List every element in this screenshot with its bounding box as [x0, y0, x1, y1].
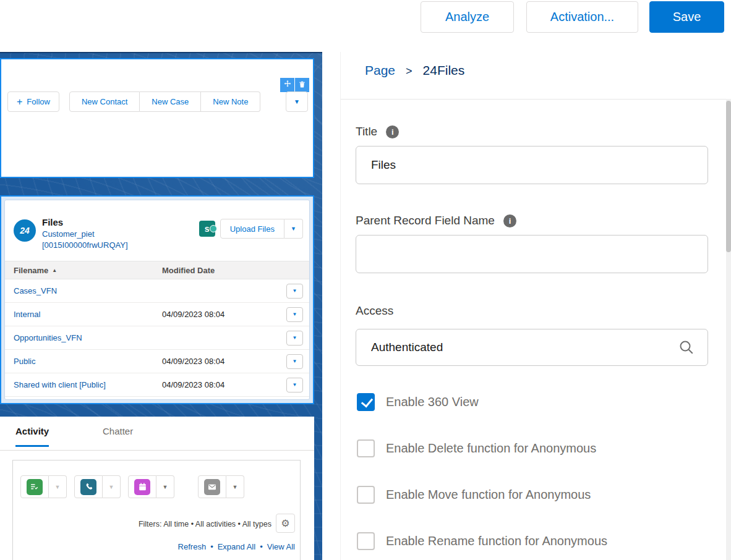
access-input[interactable]: [356, 329, 708, 366]
move-icon: [283, 80, 292, 90]
record-id-link[interactable]: [0015I00000frwURQAY]: [42, 240, 128, 251]
save-button[interactable]: Save: [649, 1, 724, 33]
row-actions-button[interactable]: ▼: [286, 307, 303, 322]
enable-rename-anonymous-checkbox[interactable]: [357, 532, 375, 550]
new-event-group: ▼: [128, 475, 174, 498]
filename-link[interactable]: Cases_VFN: [14, 286, 57, 295]
title-info-icon[interactable]: i: [386, 125, 399, 138]
title-label: Title: [356, 125, 377, 138]
checkbox-row: Enable 360 View: [357, 393, 479, 411]
files-card: 24 Files Customer_piet [0015I00000frwURQ…: [4, 200, 310, 400]
title-input[interactable]: [356, 146, 708, 184]
log-call-group: ▼: [74, 475, 121, 498]
enable-delete-anonymous-checkbox[interactable]: [357, 439, 375, 457]
analyze-button[interactable]: Analyze: [421, 1, 514, 33]
refresh-link[interactable]: Refresh: [178, 542, 207, 551]
upload-files-dropdown-button[interactable]: ▼: [284, 219, 303, 239]
email-button[interactable]: [198, 475, 226, 498]
breadcrumb: Page > 24Files: [365, 63, 464, 78]
checkbox-row: Enable Move function for Anonymous: [357, 486, 591, 504]
parent-record-field-label: Parent Record Field Name: [356, 214, 495, 227]
activation-button[interactable]: Activation...: [526, 1, 638, 33]
phone-icon: [80, 479, 96, 495]
new-event-button[interactable]: [128, 475, 156, 498]
new-task-button[interactable]: [20, 475, 49, 498]
delete-component-button[interactable]: [295, 78, 309, 92]
task-dropdown-button[interactable]: ▼: [49, 475, 67, 498]
24files-badge-icon: 24: [14, 219, 36, 242]
gear-icon: ⚙: [281, 518, 289, 528]
filename-link[interactable]: Shared with client [Public]: [14, 380, 106, 389]
access-combobox: [356, 329, 708, 366]
files-header: 24 Files Customer_piet [0015I00000frwURQ…: [5, 200, 309, 261]
enable-360-view-label: Enable 360 View: [386, 395, 479, 409]
table-row: Cases_VFN ▼: [5, 279, 309, 303]
panel-header-divider: [341, 99, 731, 100]
call-dropdown-button[interactable]: ▼: [103, 475, 121, 498]
files-titles: Files Customer_piet [0015I00000frwURQAY]: [42, 216, 128, 250]
email-dropdown-button[interactable]: ▼: [226, 475, 244, 498]
modified-date-column-header[interactable]: Modified Date: [162, 266, 309, 275]
quick-action-row: ▼ ▼: [20, 475, 244, 498]
highlights-panel-component[interactable]: + Follow New Contact New Case New Note ▼: [0, 58, 314, 178]
filters-settings-button[interactable]: ⚙: [276, 514, 295, 533]
record-action-group: New Contact New Case New Note: [69, 91, 260, 112]
move-component-button[interactable]: [280, 78, 294, 92]
files-title: Files: [42, 216, 128, 229]
access-field-label-row: Access: [356, 304, 393, 318]
enable-delete-anonymous-label: Enable Delete function for Anonymous: [386, 441, 596, 456]
row-actions-button[interactable]: ▼: [286, 284, 303, 299]
filename-link[interactable]: Opportunities_VFN: [14, 333, 82, 342]
parent-record-field-label-row: Parent Record Field Name i: [356, 214, 516, 227]
table-row: Shared with client [Public] 04/09/2023 0…: [5, 373, 309, 397]
breadcrumb-page-link[interactable]: Page: [365, 63, 395, 78]
sharepoint-icon: s: [199, 221, 215, 237]
parent-record-field-input[interactable]: [356, 235, 708, 273]
activity-chatter-section: Activity Chatter ▼: [0, 417, 314, 560]
filename-link[interactable]: Internal: [14, 310, 40, 319]
follow-button[interactable]: + Follow: [7, 91, 59, 112]
plus-icon: +: [17, 97, 22, 107]
table-row: Public 04/09/2023 08:04 ▼: [5, 350, 309, 373]
trash-icon: [298, 80, 306, 90]
row-actions-button[interactable]: ▼: [286, 378, 303, 392]
filename-column-header[interactable]: Filename ▲: [5, 266, 162, 275]
tabs-strip: Activity Chatter: [0, 417, 314, 451]
tab-activity[interactable]: Activity: [15, 426, 49, 447]
enable-move-anonymous-label: Enable Move function for Anonymous: [386, 488, 591, 502]
expand-all-link[interactable]: Expand All: [218, 542, 255, 551]
view-all-link[interactable]: View All: [267, 542, 295, 551]
tab-chatter[interactable]: Chatter: [103, 426, 133, 436]
checkbox-row: Enable Rename function for Anonymous: [357, 532, 607, 550]
component-handles: [280, 78, 309, 92]
row-actions-button[interactable]: ▼: [286, 354, 303, 369]
activity-filters-text: Filters: All time • All activities • All…: [139, 520, 271, 528]
sort-asc-icon: ▲: [52, 268, 57, 273]
new-case-button[interactable]: New Case: [140, 91, 201, 112]
files-component[interactable]: 24 Files Customer_piet [0015I00000frwURQ…: [0, 195, 314, 404]
enable-360-view-checkbox[interactable]: [357, 393, 375, 411]
parent-record-field-info-icon[interactable]: i: [503, 214, 516, 227]
enable-move-anonymous-checkbox[interactable]: [357, 486, 375, 504]
email-group: ▼: [198, 475, 244, 498]
panel-scrollbar-thumb[interactable]: [726, 101, 731, 252]
follow-label: Follow: [27, 97, 50, 106]
actions-overflow-button[interactable]: ▼: [286, 91, 308, 112]
new-contact-button[interactable]: New Contact: [69, 91, 140, 112]
log-call-button[interactable]: [74, 475, 103, 498]
bullet-separator: •: [260, 542, 263, 551]
filename-link[interactable]: Public: [14, 357, 35, 366]
activity-links: Refresh • Expand All • View All: [178, 542, 295, 551]
modified-date-cell: 04/09/2023 08:04: [162, 380, 286, 389]
event-dropdown-button[interactable]: ▼: [156, 475, 174, 498]
row-actions-button[interactable]: ▼: [286, 331, 303, 346]
title-field-label-row: Title i: [356, 125, 399, 138]
upload-button-group: Upload Files ▼: [220, 219, 303, 239]
builder-canvas: + Follow New Contact New Case New Note ▼…: [0, 52, 322, 560]
table-row: Opportunities_VFN ▼: [5, 326, 309, 350]
record-link[interactable]: Customer_piet: [42, 229, 128, 240]
checkbox-row: Enable Delete function for Anonymous: [357, 439, 596, 457]
new-note-button[interactable]: New Note: [201, 91, 260, 112]
breadcrumb-separator: >: [406, 65, 413, 78]
upload-files-button[interactable]: Upload Files: [220, 219, 284, 239]
